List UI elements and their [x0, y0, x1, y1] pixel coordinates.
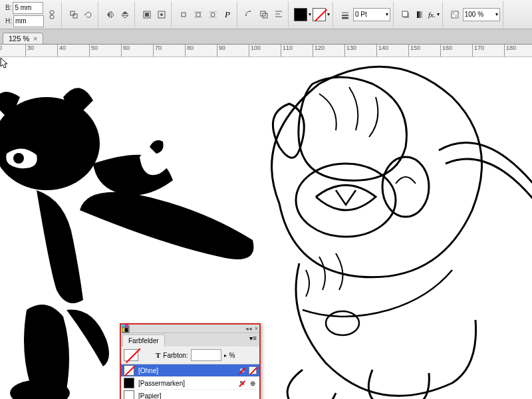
dropdown-arrow-icon[interactable]: ▾	[437, 11, 440, 17]
svg-point-32	[0, 97, 100, 190]
ruler-tick: 180	[504, 45, 516, 57]
ruler-tick: 90	[217, 45, 225, 57]
svg-point-33	[13, 153, 24, 164]
select-content-icon[interactable]	[155, 8, 168, 21]
gradient-icon[interactable]	[414, 8, 427, 21]
swatch-row-none[interactable]: [Ohne]	[121, 364, 259, 377]
drop-shadow-icon[interactable]	[399, 8, 412, 21]
fill-swatch[interactable]	[294, 8, 307, 21]
fill-stroke-proxy[interactable]	[124, 349, 138, 361]
svg-point-8	[160, 13, 163, 16]
link-dimensions-icon[interactable]	[45, 8, 59, 21]
pathfinder-icon[interactable]	[257, 8, 271, 21]
scale-icon[interactable]	[67, 8, 80, 21]
swatch-label: [Papier]	[138, 392, 253, 400]
flip-horizontal-icon[interactable]	[104, 8, 117, 21]
svg-rect-4	[73, 14, 77, 18]
svg-rect-10	[196, 13, 200, 17]
swatch-label: [Ohne]	[138, 367, 234, 374]
not-editable-icon	[238, 366, 246, 374]
ruler-tick: 20	[0, 45, 2, 57]
ruler-tick: 130	[344, 45, 356, 57]
document-tab[interactable]: 125 % ×	[3, 33, 43, 44]
svg-rect-6	[145, 13, 149, 17]
stroke-swatch[interactable]	[313, 8, 326, 21]
select-container-icon[interactable]	[140, 8, 154, 21]
height-label: H:	[5, 17, 12, 25]
swatch-label: [Passermarken]	[138, 380, 234, 387]
ruler-tick: 150	[408, 45, 420, 57]
svg-rect-1	[50, 15, 54, 19]
svg-point-13	[211, 13, 215, 17]
ruler-tick: 80	[185, 45, 194, 57]
panel-menu-icon[interactable]: ▾≡	[247, 333, 259, 346]
tab-label: 125 %	[9, 35, 29, 43]
height-input[interactable]	[13, 15, 44, 27]
document-canvas[interactable]: ◂◂ × Farbfelder ▾≡ T Farbton: ▸ % [Ohne]…	[0, 57, 532, 399]
svg-point-17	[249, 11, 251, 12]
fill-stroke-group: ▾ ▾	[291, 1, 333, 27]
ruler-tick: 120	[313, 45, 325, 57]
swatch-row-paper[interactable]: [Papier]	[121, 390, 259, 399]
tint-arrow-icon[interactable]: ▸	[224, 352, 227, 358]
svg-rect-0	[50, 11, 54, 14]
ruler-tick: 160	[440, 45, 452, 57]
textwrap-group: P	[174, 1, 237, 27]
registration-icon: ⊕	[249, 379, 257, 387]
dropdown-arrow-icon[interactable]: ▾	[327, 11, 330, 17]
svg-rect-30	[452, 11, 455, 15]
tint-label: Farbton:	[163, 352, 188, 359]
paragraph-icon[interactable]: P	[221, 8, 234, 21]
svg-rect-28	[417, 11, 424, 18]
flip-group	[101, 1, 135, 27]
svg-rect-45	[123, 327, 128, 332]
ruler-tick: 30	[25, 45, 34, 57]
dropdown-arrow-icon[interactable]: ▾	[309, 11, 311, 17]
text-formatting-icon[interactable]: T	[156, 351, 160, 359]
tint-input[interactable]	[191, 349, 221, 361]
wrap-bounding-icon[interactable]	[192, 8, 205, 21]
corner-group	[240, 1, 289, 27]
panel-tab-swatches[interactable]: Farbfelder	[122, 334, 165, 346]
artwork-right-character	[239, 57, 532, 399]
stroke-weight-group: 0 Pt▾	[336, 1, 394, 27]
dimensions-group: B: H:	[3, 1, 62, 27]
panel-collapse-icon[interactable]: ◂◂	[245, 325, 252, 332]
svg-rect-31	[455, 15, 458, 18]
panel-close-icon[interactable]: ×	[255, 325, 258, 332]
flip-vertical-icon[interactable]	[118, 8, 132, 21]
width-input[interactable]	[13, 2, 43, 14]
tab-close-icon[interactable]: ×	[33, 35, 37, 43]
svg-point-37	[326, 311, 359, 335]
stroke-weight-input[interactable]: 0 Pt▾	[353, 8, 390, 21]
rotate-icon[interactable]	[82, 8, 95, 21]
not-editable-icon	[238, 379, 246, 387]
swatches-panel: ◂◂ × Farbfelder ▾≡ T Farbton: ▸ % [Ohne]…	[120, 323, 261, 399]
ruler-tick: 100	[249, 45, 261, 57]
ruler-tick: 50	[89, 45, 98, 57]
stroke-weight-icon	[338, 8, 352, 21]
fx-label[interactable]: fx.	[428, 11, 436, 19]
tint-unit: %	[229, 352, 235, 359]
panel-controls: T Farbton: ▸ %	[121, 346, 259, 364]
object-formatting-icon[interactable]	[141, 349, 153, 361]
svg-rect-9	[182, 13, 186, 17]
panel-header[interactable]: ◂◂ ×	[121, 325, 259, 333]
wrap-none-icon[interactable]	[177, 8, 190, 21]
ruler-tick: 170	[472, 45, 484, 57]
svg-point-36	[382, 157, 429, 217]
svg-point-35	[296, 164, 396, 237]
control-toolbar: B: H: P ▾ ▾	[0, 0, 532, 29]
ruler-tick: 40	[57, 45, 66, 57]
opacity-input[interactable]: 100 %▾	[463, 8, 500, 21]
swatch-row-registration[interactable]: [Passermarken] ⊕	[121, 377, 259, 390]
width-label: B:	[5, 4, 11, 11]
svg-point-16	[245, 15, 247, 16]
wrap-shape-icon[interactable]	[206, 8, 219, 21]
svg-rect-3	[70, 11, 74, 15]
corner-options-icon[interactable]	[243, 8, 256, 21]
transform-group	[65, 1, 98, 27]
horizontal-ruler[interactable]: 2030405060708090100110120130140150160170…	[0, 45, 532, 57]
document-tab-bar: 125 % ×	[0, 29, 532, 45]
align-icon[interactable]	[272, 8, 285, 21]
